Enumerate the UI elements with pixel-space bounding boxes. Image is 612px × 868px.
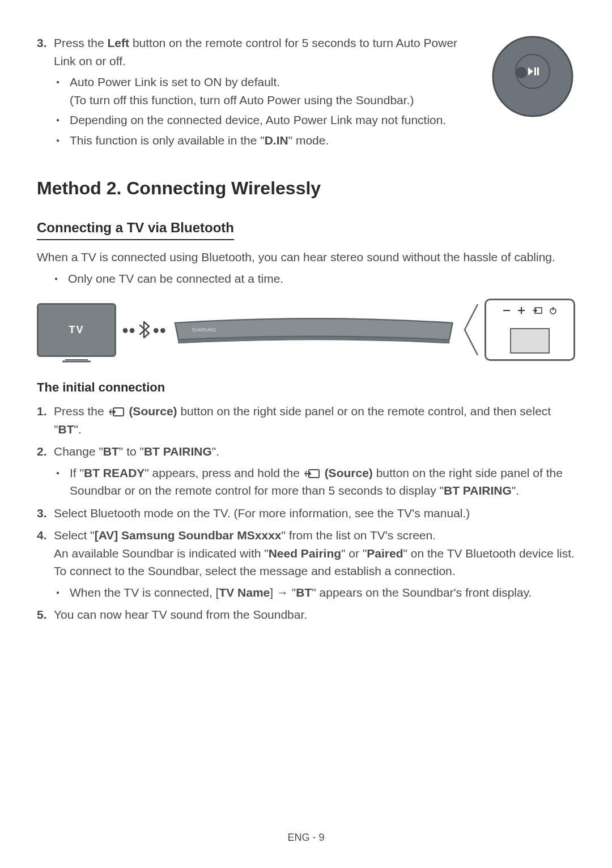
svg-rect-4 — [534, 67, 536, 75]
step3-sub1: Auto Power Link is set to ON by default.… — [70, 73, 479, 109]
initial-connection-heading: The initial connection — [37, 378, 575, 397]
svg-rect-9 — [503, 310, 510, 311]
step4-sub1: When the TV is connected, [TV Name] → "B… — [70, 584, 575, 602]
minus-icon — [502, 306, 511, 315]
svg-rect-11 — [521, 307, 522, 314]
display-panel-icons — [502, 306, 558, 315]
step3-text: Press the Left button on the remote cont… — [54, 36, 457, 67]
display-screen-icon — [510, 328, 550, 354]
step-5: You can now hear TV sound from the Sound… — [54, 606, 575, 624]
bluetooth-icon — [138, 321, 150, 339]
connection-diagram: TV ●● ●● SAMSUNG — [37, 299, 575, 361]
plus-icon — [517, 306, 526, 315]
source-icon — [303, 468, 321, 479]
source-icon — [108, 406, 126, 418]
initial-connection-steps: Press the (Source) button on the right s… — [37, 402, 575, 624]
step2-sub1: If "BT READY" appears, press and hold th… — [70, 464, 575, 500]
page-content: Press the Left button on the remote cont… — [37, 34, 575, 624]
step3-sub2: Depending on the connected device, Auto … — [70, 111, 479, 129]
connecting-tv-bluetooth-heading: Connecting a TV via Bluetooth — [37, 218, 234, 240]
soundbar-illustration: SAMSUNG — [172, 313, 456, 347]
intro-bullet: Only one TV can be connected at a time. — [68, 270, 575, 288]
soundbar-display-illustration — [484, 299, 575, 361]
tv-stand-icon — [60, 359, 94, 364]
step-3: Press the Left button on the remote cont… — [54, 34, 479, 149]
step-3b: Select Bluetooth mode on the TV. (For mo… — [54, 504, 575, 522]
step2-sublist: If "BT READY" appears, press and hold th… — [54, 464, 575, 500]
bracket-icon — [462, 301, 479, 358]
svg-rect-5 — [537, 67, 539, 75]
intro-bullet-list: Only one TV can be connected at a time. — [37, 270, 575, 288]
step4-sublist: When the TV is connected, [TV Name] → "B… — [54, 584, 575, 602]
svg-text:SAMSUNG: SAMSUNG — [192, 327, 216, 333]
bluetooth-signal-icon: ●● ●● — [122, 321, 166, 339]
power-icon — [549, 306, 558, 315]
tv-label: TV — [69, 322, 84, 338]
step-4: Select "[AV] Samsung Soundbar MSxxxx" fr… — [54, 526, 575, 601]
source-panel-icon — [532, 306, 543, 315]
step-2: Change "BT" to "BT PAIRING". If "BT READ… — [54, 442, 575, 500]
bluetooth-intro: When a TV is connected using Bluetooth, … — [37, 248, 575, 266]
method-2-heading: Method 2. Connecting Wirelessly — [37, 175, 575, 202]
svg-point-2 — [516, 67, 527, 78]
tv-illustration: TV — [37, 303, 116, 357]
step3-sub3: This function is only available in the "… — [70, 131, 479, 150]
play-pause-remote-icon — [490, 34, 575, 119]
remote-button-illustration — [490, 34, 575, 119]
page-footer: ENG - 9 — [0, 830, 612, 845]
svg-point-0 — [493, 37, 572, 116]
step-1: Press the (Source) button on the right s… — [54, 402, 575, 438]
step3-sublist: Auto Power Link is set to ON by default.… — [54, 73, 479, 149]
